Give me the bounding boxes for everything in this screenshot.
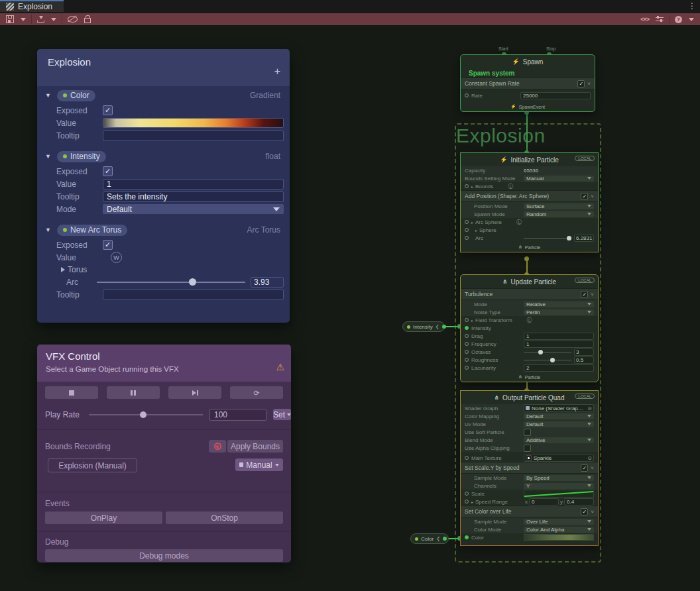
initialize-output-port[interactable] [524,256,529,261]
slider-thumb[interactable] [538,350,543,354]
param-output-port[interactable] [442,325,446,329]
save-as-dropdown[interactable] [48,14,60,25]
param-node-color[interactable]: Color ❮ [410,533,449,544]
object-picker-icon[interactable]: ⊙ [587,405,592,411]
input-port[interactable] [465,456,469,460]
property-color[interactable]: ▼ Color Gradient [37,87,290,104]
input-port[interactable] [465,220,469,224]
play-rate-input[interactable]: 100 [209,409,266,421]
debug-modes-button[interactable]: Debug modes [45,549,283,562]
object-field[interactable]: None (Shader Graph Vfx Asset)⊙ [524,404,594,412]
slider-value-input[interactable]: 6.2831 [574,235,594,242]
exposed-checkbox[interactable]: ✓ [103,240,113,250]
setting-checkbox[interactable] [524,429,531,436]
block-enabled-checkbox[interactable]: ✓ [581,508,588,515]
input-port[interactable] [465,93,469,97]
mode-dropdown[interactable]: Default [103,204,284,214]
onplay-button[interactable]: OnPlay [45,511,162,524]
setting-dropdown[interactable]: Random [524,211,594,217]
value-slider[interactable] [524,360,571,360]
slider-thumb[interactable] [140,411,146,418]
value-input[interactable]: 1 [103,179,284,189]
setting-dropdown[interactable]: Perlin [524,309,594,315]
foldout-triangle-icon[interactable]: ▸ [471,220,473,225]
restart-button[interactable]: ⟳ [230,386,283,399]
chevron-down-icon[interactable]: ▼ [45,153,52,160]
node-output-particle-quad[interactable]: ⋔ Output Particle Quad LOCAL Shader Grap… [460,390,599,546]
foldout-triangle-icon[interactable]: ▸ [471,184,473,189]
code-view-button[interactable]: <×> [637,14,652,25]
setting-dropdown[interactable]: By Speed [524,475,594,481]
kebab-menu-icon[interactable]: ⋮ [688,1,696,11]
toggle-visibility-button[interactable] [64,14,81,25]
property-intensity[interactable]: ▼ Intensity float [37,148,290,165]
input-port[interactable] [465,184,469,188]
foldout-triangle-icon[interactable]: ▸ [475,228,477,233]
save-dropdown[interactable] [17,14,29,25]
input-port[interactable] [465,366,469,370]
foldout-triangle-icon[interactable]: ▸ [471,318,473,323]
arc-value-input[interactable]: 3.93 [251,277,284,288]
slider-value-input[interactable]: 3 [574,349,594,356]
help-button[interactable]: ? [671,14,685,25]
curve-field[interactable] [524,490,594,498]
property-new-arc-torus[interactable]: ▼ New Arc Torus Arc Torus [37,221,290,239]
y-input[interactable]: 0.4 [564,498,594,506]
value-input[interactable]: 25000 [520,92,591,99]
setting-dropdown[interactable]: Y [524,483,594,489]
save-as-button[interactable] [34,14,48,25]
property-pill[interactable]: Color [57,90,95,101]
record-button[interactable] [209,440,226,453]
property-pill[interactable]: Intensity [57,151,106,162]
stop-button[interactable] [45,386,98,399]
onstop-button[interactable]: OnStop [166,511,283,524]
connected-input-port[interactable] [465,535,469,539]
value-slider[interactable] [524,238,571,239]
chevron-down-icon[interactable]: ˅ [591,193,594,199]
tooltip-input[interactable] [103,131,284,141]
x-input[interactable]: 0 [529,498,559,506]
setting-dropdown[interactable]: Manual [524,176,594,182]
block-enabled-checkbox[interactable]: ✓ [581,193,588,200]
value-input[interactable]: 2 [524,364,594,372]
chevron-down-icon[interactable]: ▼ [45,227,52,233]
input-port[interactable] [465,350,469,354]
collapse-icon[interactable]: ❮ [436,536,440,541]
chevron-down-icon[interactable]: ˅ [591,292,594,297]
input-port[interactable] [465,342,469,346]
bounds-mode-dropdown[interactable]: Manual [235,458,283,471]
spawn-footer-port[interactable]: ⚡ SpawnEvent [461,102,595,111]
input-port[interactable] [465,334,469,338]
setting-dropdown[interactable]: Default [524,421,594,427]
collapse-icon[interactable]: ❮ [436,324,439,329]
exposed-checkbox[interactable]: ✓ [103,166,113,176]
input-port[interactable] [465,318,469,322]
update-footer-port[interactable]: ⋔ Particle [461,372,598,382]
slider-value-input[interactable]: 0.5 [574,356,594,364]
slider-thumb[interactable] [567,236,571,241]
set-button[interactable]: Set [273,409,291,420]
play-rate-slider[interactable] [89,414,203,415]
setting-dropdown[interactable]: Additive [524,437,594,443]
settings-button[interactable] [652,14,667,25]
block-enabled-checkbox[interactable]: ✓ [577,80,585,87]
input-port[interactable] [465,228,469,232]
input-port[interactable] [465,492,469,496]
setting-checkbox[interactable] [524,445,531,452]
torus-foldout[interactable]: Torus [37,264,290,276]
chevron-down-icon[interactable]: ˅ [591,465,594,471]
value-input[interactable]: 1 [524,341,594,348]
setting-dropdown[interactable]: Over Life [524,519,594,525]
slider-thumb[interactable] [550,358,555,362]
tab-explosion[interactable]: Explosion [0,0,64,12]
help-dropdown[interactable] [685,14,697,25]
gradient-field[interactable] [524,534,594,541]
chevron-down-icon[interactable]: ˅ [591,509,594,515]
input-port[interactable] [465,358,469,362]
step-button[interactable] [168,386,221,399]
connected-input-port[interactable] [465,326,469,330]
block-enabled-checkbox[interactable]: ✓ [581,291,588,298]
node-spawn[interactable]: ⚡ Spawn Spawn system Constant Spawn Rate… [460,54,595,112]
setting-dropdown[interactable]: Relative [524,301,594,307]
setting-dropdown[interactable]: Surface [524,203,594,209]
